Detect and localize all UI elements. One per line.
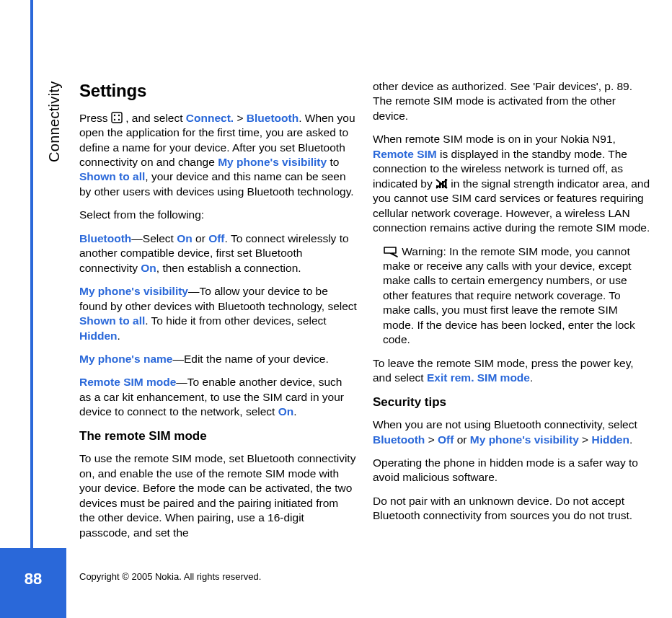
para-remote-sim-option: Remote SIM mode—To enable another device… — [79, 375, 357, 419]
svg-point-4 — [118, 118, 120, 120]
para-security-2: Operating the phone in hidden mode is a … — [373, 456, 650, 485]
text: or — [193, 232, 208, 244]
link-bluetooth: Bluetooth — [247, 112, 299, 124]
option-off: Off — [208, 232, 224, 244]
svg-rect-0 — [112, 112, 122, 123]
text: . — [293, 405, 296, 418]
option-hidden: Hidden — [79, 330, 118, 342]
para-security-3: Do not pair with an unknown device. Do n… — [373, 494, 650, 524]
para-bluetooth-option: Bluetooth—Select On or Off. To connect w… — [79, 231, 357, 275]
para-intro: Press , and select Connect. > Bluetooth.… — [79, 111, 357, 200]
column-left: Settings Press , and select Connect. > B… — [79, 79, 357, 570]
option-remote-sim: Remote SIM mode — [79, 376, 176, 388]
warning-block: Warning: In the remote SIM mode, you can… — [373, 244, 650, 348]
text: > — [579, 433, 592, 446]
text: When you are not using Bluetooth connect… — [373, 418, 637, 431]
text: or — [454, 433, 469, 446]
text: When remote SIM mode is on in your Nokia… — [373, 133, 616, 145]
menu-key-icon — [111, 112, 123, 123]
spine-accent — [30, 0, 33, 618]
para-visibility-option: My phone's visibility—To allow your devi… — [79, 284, 357, 343]
no-signal-icon — [436, 177, 448, 190]
content-area: Settings Press , and select Connect. > B… — [79, 79, 650, 570]
text: to — [327, 156, 339, 168]
page-number: 88 — [0, 570, 66, 588]
text: Press — [79, 112, 111, 124]
heading-security-tips: Security tips — [373, 394, 650, 410]
svg-point-3 — [114, 118, 115, 120]
option-shown-to-all: Shown to all — [79, 314, 145, 327]
para-continued: other device as authorized. See 'Pair de… — [373, 79, 650, 123]
label-remote-sim: Remote SIM — [373, 148, 437, 160]
column-right: other device as authorized. See 'Pair de… — [373, 79, 650, 570]
text: . To hide it from other devices, select — [145, 314, 326, 327]
para-phone-name-option: My phone's name—Edit the name of your de… — [79, 352, 357, 366]
link-bluetooth: Bluetooth — [373, 433, 425, 446]
option-on: On — [278, 405, 294, 418]
para-remote-sim-desc: To use the remote SIM mode, set Bluetoot… — [79, 451, 357, 540]
text: . — [530, 371, 533, 384]
heading-remote-sim-mode: The remote SIM mode — [79, 428, 357, 444]
warning-text: Warning: In the remote SIM mode, you can… — [383, 245, 635, 346]
para-security-1: When you are not using Bluetooth connect… — [373, 418, 650, 447]
option-bluetooth: Bluetooth — [79, 232, 131, 244]
text: > — [425, 433, 438, 446]
heading-settings: Settings — [79, 79, 357, 102]
copyright-footer: Copyright © 2005 Nokia. All rights reser… — [79, 571, 261, 582]
option-visibility: My phone's visibility — [79, 285, 188, 297]
svg-point-1 — [114, 114, 115, 115]
para-exit-remote-sim: To leave the remote SIM mode, press the … — [373, 356, 650, 386]
para-select-from: Select from the following: — [79, 208, 357, 222]
text: —Select — [131, 232, 177, 244]
text: , then establish a connection. — [156, 262, 301, 274]
link-off: Off — [438, 433, 454, 446]
svg-point-2 — [118, 114, 120, 115]
link-visibility: My phone's visibility — [470, 433, 579, 446]
link-shown-to-all: Shown to all — [79, 170, 145, 182]
link-visibility: My phone's visibility — [218, 156, 327, 168]
section-label: Connectivity — [46, 18, 63, 162]
text: , and select — [123, 112, 186, 124]
link-connect: Connect. — [186, 112, 234, 124]
para-remote-sim-indicator: When remote SIM mode is on in your Nokia… — [373, 132, 650, 235]
option-on: On — [141, 262, 156, 274]
link-hidden: Hidden — [591, 433, 629, 446]
text: > — [234, 112, 247, 124]
text: . — [629, 433, 632, 446]
warning-icon — [383, 245, 399, 257]
option-on: On — [177, 232, 193, 244]
page-spine — [0, 0, 33, 618]
option-phone-name: My phone's name — [79, 353, 172, 365]
text: . — [118, 330, 120, 342]
link-exit-rem-sim: Exit rem. SIM mode — [427, 371, 530, 384]
text: —Edit the name of your device. — [172, 353, 328, 365]
